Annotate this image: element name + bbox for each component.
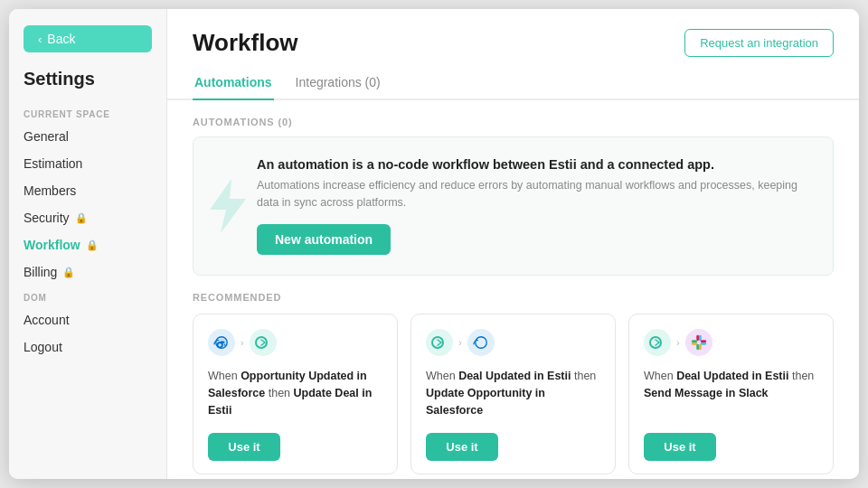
estii-icon-3 — [644, 329, 671, 356]
sidebar-item-label-estimation: Estimation — [24, 156, 82, 171]
use-it-button-2[interactable]: Use it — [426, 433, 498, 461]
svg-rect-1 — [696, 334, 699, 340]
main-body: AUTOMATIONS (0) An automation is a no-co… — [167, 100, 859, 479]
sidebar-item-label-billing: Billing — [24, 265, 57, 279]
sidebar-item-label-security: Security — [24, 211, 70, 225]
card-2-icons: › — [426, 329, 600, 356]
bolt-icon — [206, 179, 250, 233]
tab-integrations[interactable]: Integrations (0) — [294, 70, 382, 100]
salesforce-icon-2 — [467, 329, 495, 356]
automations-section-label: AUTOMATIONS (0) — [193, 117, 834, 127]
svg-rect-7 — [700, 340, 705, 343]
estii-icon-2 — [426, 329, 453, 356]
svg-rect-4 — [691, 343, 696, 345]
estii-icon-1 — [250, 329, 277, 356]
sidebar-item-billing[interactable]: Billing 🔒 — [9, 258, 166, 286]
arrow-icon-2: › — [458, 337, 462, 348]
new-automation-button[interactable]: New automation — [257, 224, 391, 255]
card-3-description: When Deal Updated in Estii then Send Mes… — [644, 368, 818, 420]
page-title: Workflow — [193, 29, 298, 57]
salesforce-icon-1 — [208, 329, 235, 356]
automation-info-box: An automation is a no-code workflow betw… — [193, 136, 834, 276]
sidebar-item-account[interactable]: Account — [9, 306, 166, 333]
card-1: › When Opportunity Updated in Salesforce… — [193, 314, 398, 474]
main-content: Workflow Request an integration Automati… — [167, 9, 859, 479]
main-header: Workflow Request an integration — [167, 9, 859, 57]
tabs-bar: Automations Integrations (0) — [167, 61, 859, 100]
section-label-dom: DOM — [9, 286, 166, 306]
request-integration-button[interactable]: Request an integration — [684, 29, 834, 57]
sidebar-item-general[interactable]: General — [9, 123, 166, 150]
card-2-description: When Deal Updated in Estii then Update O… — [426, 368, 600, 420]
recommended-section-label: RECOMMENDED — [193, 292, 834, 303]
sidebar-item-estimation[interactable]: Estimation — [9, 150, 166, 177]
svg-rect-8 — [700, 343, 705, 345]
back-button[interactable]: ‹ Back — [24, 25, 152, 52]
sidebar-item-label-members: Members — [24, 183, 76, 198]
lock-icon-billing: 🔒 — [62, 267, 75, 278]
arrow-icon-3: › — [676, 337, 680, 348]
settings-title: Settings — [9, 69, 166, 102]
sidebar-item-label-account: Account — [24, 313, 70, 327]
automations-label-text: AUTOMATIONS — [193, 117, 275, 127]
use-it-button-3[interactable]: Use it — [644, 433, 716, 461]
arrow-icon-1: › — [241, 337, 244, 348]
sidebar-item-members[interactable]: Members — [9, 177, 166, 204]
lock-icon-security: 🔒 — [75, 212, 88, 224]
use-it-button-1[interactable]: Use it — [208, 433, 280, 461]
automations-count: (0) — [278, 117, 293, 127]
automation-info-body: Automations increase efficiency and redu… — [257, 177, 811, 211]
svg-rect-3 — [691, 340, 696, 343]
card-2: › When Deal Updated in Estii then Update… — [410, 314, 616, 474]
section-label-space: CURRENT SPACE — [9, 102, 166, 123]
sidebar-item-workflow[interactable]: Workflow 🔒 — [9, 231, 166, 258]
card-1-icons: › — [208, 329, 382, 356]
card-3-icons: › — [644, 329, 818, 356]
sidebar-item-label-general: General — [24, 129, 69, 144]
back-label: Back — [47, 32, 75, 46]
recommended-cards-row: › When Opportunity Updated in Salesforce… — [193, 314, 834, 474]
card-3: › — [628, 314, 834, 474]
sidebar-item-label-logout: Logout — [24, 340, 62, 354]
main-window: ‹ Back Settings CURRENT SPACE General Es… — [9, 9, 859, 479]
sidebar-item-security[interactable]: Security 🔒 — [9, 204, 166, 231]
svg-rect-2 — [699, 334, 702, 340]
tab-automations[interactable]: Automations — [193, 70, 274, 100]
svg-rect-6 — [699, 343, 702, 349]
sidebar: ‹ Back Settings CURRENT SPACE General Es… — [9, 9, 167, 479]
sidebar-item-label-workflow: Workflow — [24, 238, 80, 252]
card-1-description: When Opportunity Updated in Salesforce t… — [208, 368, 382, 420]
automation-info-heading: An automation is a no-code workflow betw… — [257, 157, 811, 172]
slack-icon-3 — [685, 329, 712, 356]
chevron-left-icon: ‹ — [38, 33, 42, 46]
sidebar-item-logout[interactable]: Logout — [9, 333, 166, 361]
svg-rect-5 — [696, 343, 699, 349]
lock-icon-workflow: 🔒 — [86, 239, 99, 251]
